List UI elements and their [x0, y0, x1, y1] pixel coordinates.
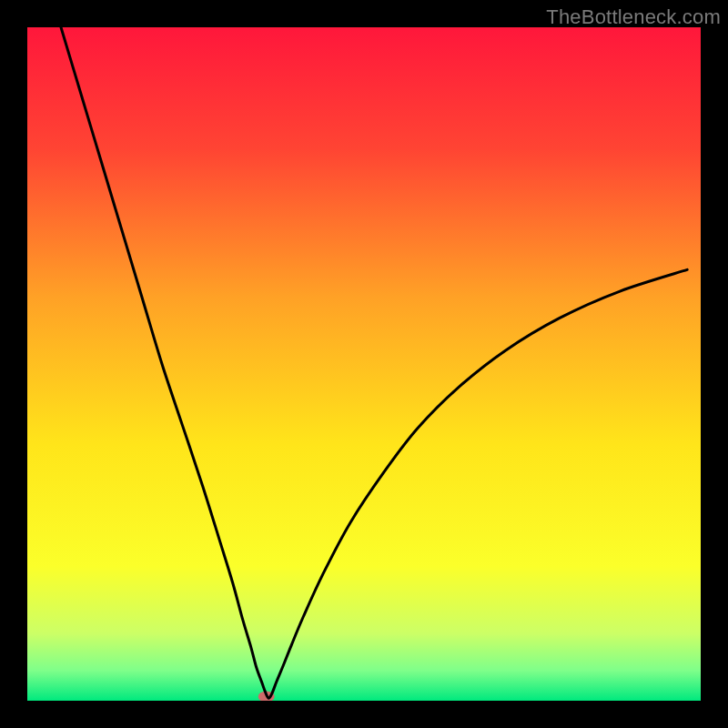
chart-svg — [27, 27, 701, 701]
watermark-text: TheBottleneck.com — [546, 5, 721, 29]
gradient-background — [27, 27, 701, 701]
chart-frame — [27, 27, 701, 701]
